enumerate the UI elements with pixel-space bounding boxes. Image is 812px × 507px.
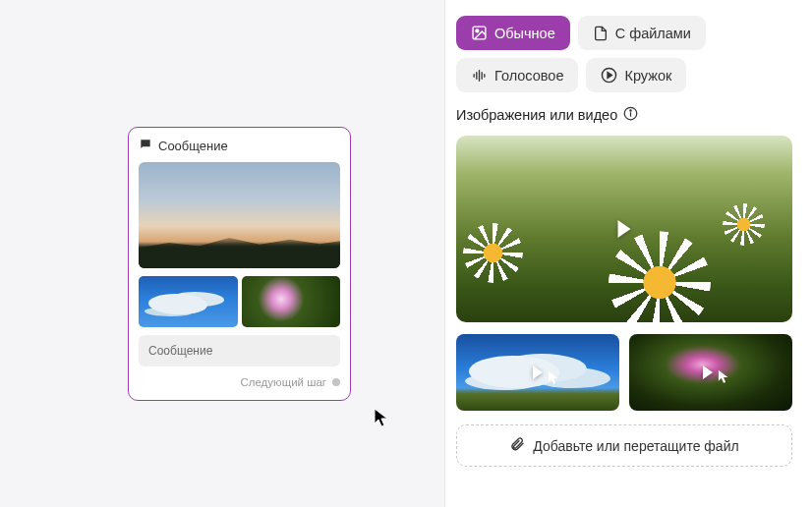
media-section-label: Изображения или видео: [456, 106, 792, 124]
media-section-text: Изображения или видео: [456, 107, 617, 123]
preview-message-input: Сообщение: [139, 335, 340, 366]
svg-marker-8: [609, 73, 612, 79]
settings-panel: Обычное С файлами Голосовое Кружок Изобр…: [444, 0, 812, 507]
preview-footer: Следующий шаг: [139, 374, 340, 390]
info-icon[interactable]: [623, 106, 638, 124]
svg-point-11: [630, 110, 631, 111]
preview-title: Сообщение: [158, 139, 228, 153]
chat-icon: [139, 138, 152, 154]
file-dropzone[interactable]: Добавьте или перетащите файл: [456, 424, 792, 467]
paperclip-icon: [509, 436, 525, 455]
tab-with-files-label: С файлами: [615, 26, 691, 41]
play-icon: [533, 366, 543, 379]
flower-decoration: [477, 237, 510, 270]
preview-media-row: [139, 276, 340, 327]
tab-circle-label: Кружок: [624, 68, 671, 84]
canvas-panel: Сообщение Сообщение Следующий шаг: [0, 0, 444, 507]
dropzone-label: Добавьте или перетащите файл: [533, 438, 738, 454]
svg-point-1: [476, 29, 479, 32]
media-thumbnails-row: [456, 334, 792, 411]
media-item-thumb-2[interactable]: [629, 334, 792, 411]
panel-divider: [444, 0, 445, 507]
cursor-overlay-icon: [548, 370, 559, 386]
play-icon: [618, 220, 631, 238]
flower-decoration: [731, 213, 755, 237]
preview-header: Сообщение: [139, 138, 340, 154]
audio-wave-icon: [471, 68, 488, 84]
step-indicator-dot: [332, 378, 340, 386]
play-circle-icon: [601, 67, 617, 84]
preview-media-large: [139, 162, 340, 268]
cursor-overlay-icon: [718, 369, 729, 385]
file-icon: [593, 26, 609, 41]
media-item-thumb-1[interactable]: [456, 334, 619, 411]
message-preview-card[interactable]: Сообщение Сообщение Следующий шаг: [128, 127, 351, 401]
tab-normal[interactable]: Обычное: [456, 16, 570, 50]
tab-voice[interactable]: Голосовое: [456, 58, 578, 92]
tab-normal-label: Обычное: [494, 26, 555, 41]
next-step-label: Следующий шаг: [240, 376, 326, 388]
tab-voice-label: Голосовое: [494, 68, 563, 84]
preview-thumb-1: [139, 276, 238, 327]
play-icon: [703, 366, 713, 379]
media-item-main[interactable]: [456, 136, 792, 322]
cursor-icon: [374, 408, 389, 427]
message-type-tabs: Обычное С файлами Голосовое Кружок: [456, 16, 792, 92]
tab-circle[interactable]: Кружок: [586, 58, 686, 92]
flower-decoration: [631, 254, 688, 311]
tab-with-files[interactable]: С файлами: [578, 16, 706, 50]
preview-thumb-2: [242, 276, 341, 327]
image-icon: [471, 25, 488, 41]
